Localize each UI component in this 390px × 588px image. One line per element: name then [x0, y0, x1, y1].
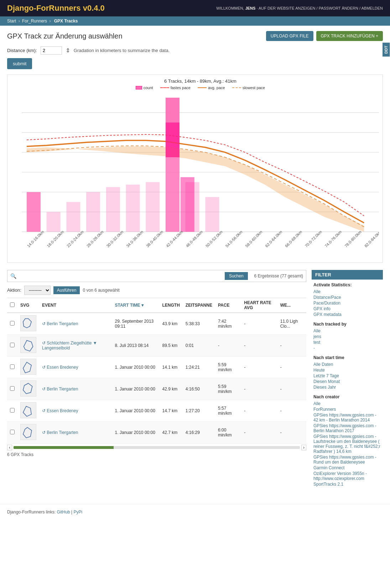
filter-section: Nach creatorAlleForRunnersGPSies https:/…: [312, 394, 383, 487]
add-track-button[interactable]: GPX TRACK HINZUFÜGEN +: [316, 31, 383, 41]
row-select[interactable]: [10, 343, 15, 347]
row-weather: -: [277, 421, 306, 443]
filter-item[interactable]: jens: [313, 334, 381, 339]
filter-item[interactable]: GPX info: [313, 306, 381, 312]
submit-button[interactable]: submit: [7, 58, 32, 69]
filter-item[interactable]: Letzte 7 Tage: [313, 373, 381, 379]
filter-sections: Activate Statistics:AlleDistance/PacePac…: [312, 282, 383, 487]
filter-item[interactable]: Dieses Jahr: [313, 384, 381, 390]
filter-item[interactable]: test: [313, 339, 381, 345]
spin-arrows[interactable]: ⇕: [66, 47, 70, 54]
password-link[interactable]: PASSWORT ÄNDERN: [319, 6, 358, 10]
event-link[interactable]: Berlin Tiergarten: [47, 387, 78, 392]
breadcrumb-forrunners[interactable]: For_Runners: [22, 19, 47, 24]
filter-item[interactable]: Alle Daten: [313, 362, 381, 367]
row-weather: 11.0 Ligh Clo...: [277, 313, 306, 335]
row-weather: -: [277, 356, 306, 378]
row-checkbox: [7, 378, 17, 400]
filter-item[interactable]: Diesen Monat: [313, 379, 381, 384]
row-start-time: 8. Juli 2013 08:14: [112, 334, 159, 356]
action-label: Aktion:: [7, 287, 21, 293]
row-event: ↺ Schlüchtern Ziegelhütte ▼ Langenselbol…: [39, 334, 112, 356]
filter-item[interactable]: OziExplorer Version 3955n - http://www.o…: [313, 471, 381, 481]
filter-item[interactable]: GPSies https://www.gpsies.com - Rund um …: [313, 454, 381, 465]
row-event: ↺ Essen Bredeney: [39, 400, 112, 421]
scroll-bar[interactable]: [14, 446, 300, 449]
row-select[interactable]: [10, 321, 15, 326]
svg-rect-24: [47, 212, 61, 232]
username: JENS: [245, 6, 256, 10]
row-checkbox: [7, 421, 17, 443]
filter-item[interactable]: Alle: [313, 401, 381, 407]
slowest-legend-label: slowest pace: [243, 86, 265, 90]
scroll-right[interactable]: ›: [301, 445, 306, 450]
header-weather: WE...: [277, 298, 306, 313]
filter-item[interactable]: ForRunners: [313, 407, 381, 412]
header-pace: PACE: [215, 298, 241, 313]
row-select[interactable]: [10, 364, 15, 369]
event-link[interactable]: Essen Bredeney: [47, 365, 78, 370]
filter-item[interactable]: Alle: [313, 289, 381, 295]
row-zeitspanne: 5:38:33: [183, 313, 215, 335]
filter-item[interactable]: GPSies https://www.gpsies.com - Laufstre…: [313, 434, 381, 454]
filter-item[interactable]: Garmin Connect: [313, 465, 381, 471]
row-start-time: 1. Januar 2010 00:00: [112, 356, 159, 378]
row-svg: [17, 421, 39, 443]
row-checkbox: [7, 313, 17, 335]
filter-item[interactable]: GPX metadata: [313, 312, 381, 317]
filter-item[interactable]: -: [313, 345, 381, 351]
action-select[interactable]: ---------: [24, 286, 51, 295]
row-svg: [17, 313, 39, 335]
row-weather: -: [277, 400, 306, 421]
distance-label: Distance (km):: [7, 48, 37, 53]
row-select[interactable]: [10, 408, 15, 413]
row-length: 14.7 km: [159, 400, 182, 421]
filter-item[interactable]: GPSies https://www.gpsies.com - 42 km - …: [313, 412, 381, 423]
upload-gpx-button[interactable]: UPLOAD GPX FILE: [266, 31, 313, 41]
filter-item[interactable]: Pace/Duration: [313, 300, 381, 306]
select-all-checkbox[interactable]: [10, 302, 15, 307]
filter-item[interactable]: GPSies https://www.gpsies.com - Berlin M…: [313, 423, 381, 434]
ddt-tab[interactable]: DDT: [383, 43, 390, 57]
event-link[interactable]: Schlüchtern Ziegelhütte ▼ Langenselbold: [42, 341, 97, 351]
filter-item[interactable]: Heute: [313, 367, 381, 373]
scroll-left[interactable]: ‹: [7, 445, 12, 450]
header-checkbox: [7, 298, 17, 313]
website-link[interactable]: AUF DER WEBSITE ANZEIGEN: [259, 6, 316, 10]
row-pace: -: [215, 334, 241, 356]
svg-rect-25: [66, 202, 80, 232]
event-link[interactable]: Berlin Tiergarten: [47, 430, 78, 435]
event-link[interactable]: Essen Bredeney: [47, 408, 78, 413]
event-link[interactable]: Berlin Tiergarten: [47, 321, 78, 326]
logout-link[interactable]: ABMELDEN: [361, 6, 383, 10]
search-bar: 🔍 Suchen 6 Ergebnisse (77 gesamt): [7, 270, 306, 282]
ddt-label: DDT: [384, 46, 388, 54]
filter-section-heading: Nach tracked by: [313, 322, 381, 327]
row-select[interactable]: [10, 430, 15, 434]
filter-section-heading: Nach creator: [313, 394, 381, 399]
distance-input[interactable]: [41, 46, 62, 55]
header-svg: SVG: [17, 298, 39, 313]
svg-text:14.0-16.0km: 14.0-16.0km: [26, 230, 45, 248]
github-link[interactable]: GitHub: [57, 510, 70, 515]
filter-item[interactable]: Distance/Pace: [313, 295, 381, 300]
row-heart-rate: -: [241, 356, 277, 378]
row-length: 42.7 km: [159, 421, 182, 443]
search-input[interactable]: [19, 273, 222, 278]
svg-text:26.0-28.0km: 26.0-28.0km: [86, 230, 104, 248]
search-button[interactable]: Suchen: [225, 272, 248, 280]
row-zeitspanne: 0:01: [183, 334, 215, 356]
distance-hint: Gradation in kilometers to summarize the…: [74, 48, 170, 53]
filter-item[interactable]: SportTracks 2.1: [313, 481, 381, 487]
row-pace: 5:59 min/km: [215, 378, 241, 400]
row-select[interactable]: [10, 386, 15, 391]
breadcrumb-start[interactable]: Start: [7, 19, 16, 24]
table-scroll-wrap: SVG EVENT START TIME ▾ LENGTH ZEITSPANNE…: [7, 298, 306, 444]
svg-rect-30: [166, 157, 180, 232]
filter-item[interactable]: Alle: [313, 328, 381, 334]
row-start-time: 1. Januar 2010 00:00: [112, 421, 159, 443]
pypi-link[interactable]: PyPi: [74, 510, 83, 515]
header-start-time[interactable]: START TIME ▾: [112, 298, 159, 313]
header-heart-rate: HEART RATE AVG: [241, 298, 277, 313]
execute-button[interactable]: Ausführen: [53, 286, 80, 294]
